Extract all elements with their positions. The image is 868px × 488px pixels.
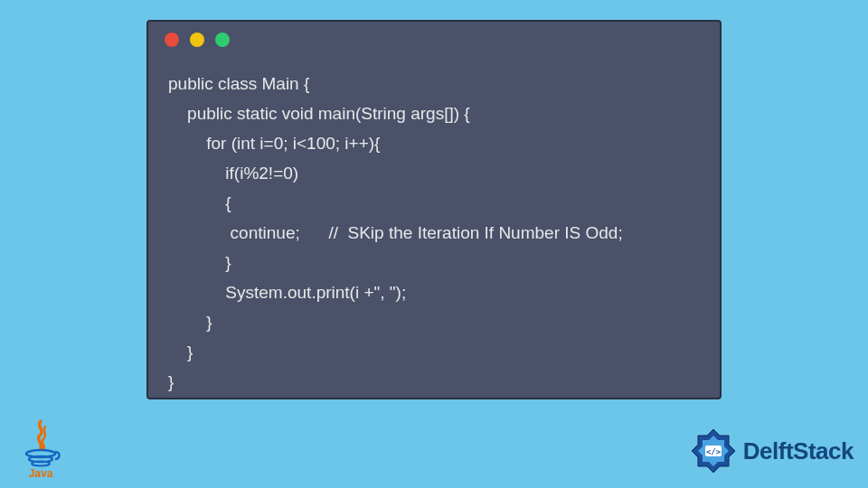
svg-text:Java: Java: [29, 467, 53, 479]
code-block: public class Main { public static void m…: [148, 58, 720, 398]
minimize-icon: [190, 33, 204, 47]
delftstack-badge-icon: </>: [689, 427, 738, 475]
svg-text:</>: </>: [706, 447, 722, 456]
close-icon: [165, 33, 179, 47]
code-window: public class Main { public static void m…: [146, 20, 722, 399]
delftstack-text: DelftStack: [743, 437, 854, 465]
window-titlebar: [148, 22, 720, 58]
delftstack-logo: </> DelftStack: [689, 427, 854, 475]
svg-point-2: [32, 461, 50, 465]
maximize-icon: [215, 33, 230, 47]
java-logo-icon: Java: [16, 418, 65, 479]
